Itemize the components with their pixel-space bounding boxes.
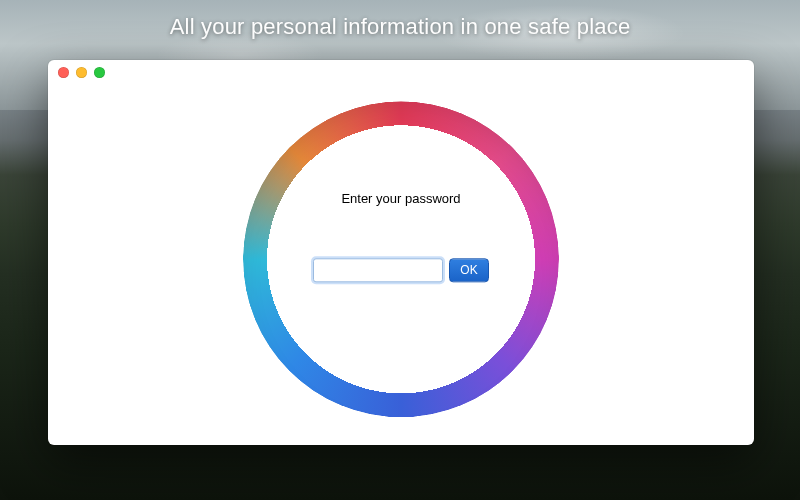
window-controls <box>58 67 105 78</box>
zoom-icon[interactable] <box>94 67 105 78</box>
minimize-icon[interactable] <box>76 67 87 78</box>
password-prompt: Enter your password <box>341 191 460 206</box>
password-row: OK <box>313 258 488 282</box>
password-input[interactable] <box>313 258 443 282</box>
ok-button[interactable]: OK <box>449 258 488 282</box>
tagline: All your personal information in one saf… <box>170 14 631 40</box>
close-icon[interactable] <box>58 67 69 78</box>
login-panel: Enter your password OK <box>243 101 559 417</box>
app-window: Enter your password OK <box>48 60 754 445</box>
